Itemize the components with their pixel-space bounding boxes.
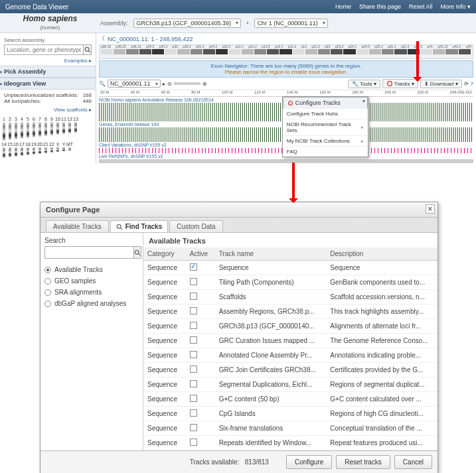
menu-faq[interactable]: FAQ: [283, 147, 368, 157]
chrom-6[interactable]: 6: [31, 117, 37, 141]
table-row[interactable]: SequenceSegmental Duplications, Eichl...…: [143, 377, 437, 392]
chrom-14[interactable]: 14: [1, 142, 7, 158]
menu-configure-tracks[interactable]: Configure Tracks: [283, 97, 368, 109]
dialog-main: Available Tracks CategoryActiveTrack nam…: [143, 233, 437, 450]
chrom-2[interactable]: 2: [7, 117, 13, 141]
chrom-3[interactable]: 3: [13, 117, 19, 141]
chrom-19[interactable]: 19: [31, 142, 37, 158]
checkbox[interactable]: [190, 293, 197, 300]
radio-geo-samples[interactable]: GEO samples: [44, 275, 139, 287]
link-reset[interactable]: Reset All: [409, 3, 433, 10]
zoom-slider[interactable]: [174, 82, 200, 85]
checkbox[interactable]: [190, 366, 197, 373]
radio-available-tracks[interactable]: Available Tracks: [44, 264, 139, 275]
checkbox[interactable]: [190, 351, 197, 358]
chrom-22[interactable]: 22: [49, 142, 54, 158]
go-icon[interactable]: ▸: [163, 81, 165, 87]
table-row[interactable]: SequenceScaffoldsScaffold accession.vers…: [143, 290, 437, 304]
dialog-search-button[interactable]: [134, 246, 141, 259]
chrom-MT[interactable]: MT: [67, 142, 72, 158]
dialog-search-input[interactable]: [44, 246, 134, 259]
table-row[interactable]: SequenceG+C content (50 bp)G+C content c…: [143, 392, 437, 407]
help-icon[interactable]: ?: [471, 81, 473, 87]
chrom-12[interactable]: 12: [67, 117, 72, 141]
table-row[interactable]: SequenceCpG IslandsRegions of high CG di…: [143, 407, 437, 421]
toolbar-loc[interactable]: NC_000001.11: [108, 80, 161, 88]
tab-available[interactable]: Available Tracks: [46, 220, 109, 232]
checkbox[interactable]: [190, 322, 197, 329]
checkbox[interactable]: [190, 395, 197, 402]
table-row[interactable]: SequenceSequenceSequence: [143, 261, 437, 275]
link-share[interactable]: Share this page: [359, 3, 401, 10]
col-track-name[interactable]: Track name: [215, 247, 327, 261]
checkbox[interactable]: [190, 409, 197, 417]
table-row[interactable]: SequenceTiling Path (Components)GenBank …: [143, 275, 437, 290]
chrom-18[interactable]: 18: [25, 142, 31, 158]
chrom-10[interactable]: 10: [55, 117, 60, 141]
chrom-1[interactable]: 1: [1, 117, 7, 141]
menu-ncbi-recommended-track-sets[interactable]: NCBI Recommended Track Sets▸: [283, 119, 368, 136]
chrom-X[interactable]: X: [55, 142, 60, 158]
tab-custom[interactable]: Custom Data: [169, 220, 222, 232]
checkbox[interactable]: [190, 278, 197, 285]
checkbox[interactable]: [190, 424, 197, 431]
tab-find[interactable]: Find Tracks: [110, 220, 169, 232]
table-row[interactable]: SequenceSix-frame translationsConceptual…: [143, 421, 437, 436]
zoomout-icon[interactable]: ⊖: [167, 81, 172, 87]
checkbox[interactable]: [190, 380, 197, 387]
table-row[interactable]: SequenceGRC Join Certificates GRCh38...C…: [143, 363, 437, 377]
configure-button[interactable]: Configure: [286, 455, 332, 469]
table-row[interactable]: SequenceAssembly Regions, GRCh38.p...Thi…: [143, 304, 437, 319]
tools-button[interactable]: 🔧Tools ▾: [348, 80, 380, 88]
search-input[interactable]: [4, 44, 84, 55]
chrom-4[interactable]: 4: [19, 117, 25, 141]
examples-link[interactable]: Examples ▸: [0, 58, 96, 66]
view-scaffolds-link[interactable]: View scaffolds ▸: [0, 107, 96, 114]
chrom-7[interactable]: 7: [37, 117, 42, 141]
radio-sra-alignments[interactable]: SRA alignments: [44, 287, 139, 298]
checkbox[interactable]: [190, 263, 197, 271]
chrom-9[interactable]: 9: [49, 117, 54, 141]
zoom-icon[interactable]: 🔍: [99, 81, 106, 87]
table-row[interactable]: SequenceAnnotated Clone Assembly Pr...An…: [143, 348, 437, 363]
chrom-20[interactable]: 20: [37, 142, 42, 158]
col-category[interactable]: Category: [143, 247, 186, 261]
link-home[interactable]: Home: [335, 3, 351, 10]
titlebar-links: Home Share this page Reset All More Info…: [335, 3, 471, 10]
radio-dbgap-aligned-analyses[interactable]: dbGaP aligned analyses: [44, 298, 139, 309]
zoomin-icon[interactable]: ⊕: [202, 81, 207, 87]
chromosome-select[interactable]: Chr 1 (NC_000001.11): [254, 19, 328, 28]
chrom-17[interactable]: 17: [19, 142, 25, 158]
svg-point-6: [135, 250, 139, 254]
link-more[interactable]: More Info ▾: [440, 3, 471, 10]
col-active[interactable]: Active: [186, 247, 215, 261]
menu-my-ncbi-track-collections[interactable]: My NCBI Track Collections▸: [283, 136, 368, 147]
chrom-21[interactable]: 21: [43, 142, 48, 158]
ideogram-section[interactable]: Ideogram View: [0, 78, 96, 90]
back-button[interactable]: 《: [99, 34, 105, 43]
chrom-15[interactable]: 15: [7, 142, 13, 158]
checkbox[interactable]: [190, 336, 197, 344]
menu-configure-track-hubs[interactable]: Configure Track Hubs: [283, 109, 368, 119]
chrom-Y[interactable]: Y: [61, 142, 66, 158]
reset-tracks-button[interactable]: Reset tracks: [336, 455, 390, 469]
pick-assembly-section[interactable]: Pick Assembly: [0, 66, 96, 78]
checkbox[interactable]: [190, 439, 197, 446]
table-row[interactable]: SequenceGRCh38.p13 (GCF_00000140...Align…: [143, 319, 437, 334]
chrom-8[interactable]: 8: [43, 117, 48, 141]
table-row[interactable]: SequenceGRC Curation Issues mapped ...Th…: [143, 334, 437, 348]
chrom-11[interactable]: 11: [61, 117, 66, 141]
chrom-5[interactable]: 5: [25, 117, 31, 141]
refresh-icon[interactable]: ⟳: [464, 81, 469, 87]
checkbox[interactable]: [190, 307, 197, 314]
radio-icon: [44, 267, 51, 273]
search-button[interactable]: [84, 44, 92, 55]
assembly-select[interactable]: GRCh38.p13 (GCF_000001405.39): [133, 19, 242, 28]
chrom-13[interactable]: 13: [73, 117, 78, 141]
download-button[interactable]: ⬇Download ▾: [420, 80, 462, 88]
col-description[interactable]: Description: [326, 247, 437, 261]
table-row[interactable]: SequenceRepeats identified by Window...R…: [143, 436, 437, 450]
close-button[interactable]: ✕: [426, 204, 435, 214]
cancel-button[interactable]: Cancel: [394, 455, 432, 469]
chrom-16[interactable]: 16: [13, 142, 19, 158]
